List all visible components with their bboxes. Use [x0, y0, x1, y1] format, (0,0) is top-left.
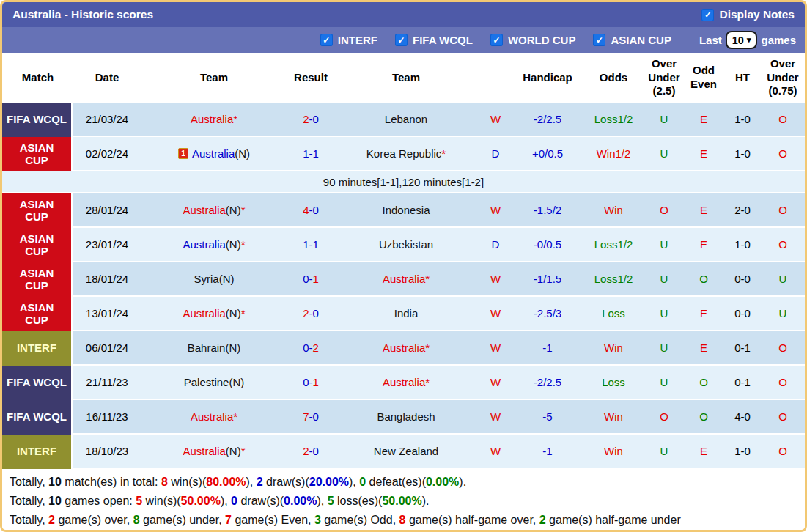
last-label: Last	[699, 34, 722, 46]
filter-interf[interactable]: ✓ INTERF	[320, 34, 377, 46]
header-over-under-075: Over Under (0.75)	[761, 53, 805, 103]
summary-line: Totally, 10 games open: 5 win(s)(50.00%)…	[10, 492, 805, 511]
away-team: Bangladesh	[334, 400, 478, 435]
text-segment: Australia	[183, 445, 225, 457]
result-score: 0-2	[287, 331, 334, 366]
text-segment: New Zealand	[374, 445, 438, 457]
text-segment: Loss1/2	[594, 113, 633, 125]
header-date: Date	[73, 53, 141, 103]
odds-result: Loss1/2	[582, 262, 645, 297]
header-odd-even: Odd Even	[683, 53, 724, 103]
text-segment: O	[660, 204, 668, 216]
fifa-wcql-checkbox[interactable]: ✓	[395, 34, 408, 46]
text-segment: Uzbekistan	[379, 238, 433, 251]
text-segment: Australia*	[191, 410, 237, 423]
text-segment: Win1/2	[597, 147, 631, 160]
halftime-score: 1-0	[724, 435, 761, 469]
interf-checkbox[interactable]: ✓	[320, 34, 333, 46]
text-segment: game(s) Even,	[232, 514, 314, 526]
display-notes-toggle[interactable]: ✓ Display Notes	[701, 8, 795, 21]
competition-badge: ASIAN CUP	[2, 193, 73, 228]
competition-badge: FIFA WCQL	[2, 366, 73, 400]
text-segment: -1	[542, 341, 552, 354]
odd-even: E	[683, 193, 724, 228]
text-segment: O	[778, 113, 787, 125]
text-segment: O	[660, 410, 668, 423]
text-segment: 0-	[303, 341, 312, 354]
table-row: FIFA WCQL 21/11/23 Palestine(N) 0-1 Aust…	[2, 366, 805, 400]
text-segment: Palestine(N)	[184, 376, 245, 388]
home-team: Bahrain(N)	[141, 331, 287, 366]
text-segment: *	[441, 147, 446, 160]
text-segment: U	[660, 147, 668, 160]
table-row: ASIAN CUP 13/01/24 Australia(N)* 2-0 Ind…	[2, 297, 805, 331]
text-segment: Syria(N)	[194, 273, 235, 285]
win-draw-loss: D	[478, 228, 513, 262]
text-segment: O	[778, 445, 787, 457]
asian-cup-checkbox[interactable]: ✓	[593, 34, 605, 46]
text-segment: 2	[48, 514, 55, 526]
win-draw-loss: W	[478, 331, 513, 366]
away-team: Korea Republic*	[334, 137, 478, 171]
text-segment: Australia*	[383, 273, 430, 285]
text-segment: 1	[313, 376, 319, 388]
header-result: Result	[287, 53, 334, 103]
interf-label: INTERF	[338, 34, 377, 46]
odd-even: E	[683, 137, 724, 171]
text-segment: game(s) under,	[140, 514, 226, 526]
text-segment: 0.00%	[284, 495, 317, 507]
text-segment: -0/0.5	[534, 238, 561, 251]
filter-fifa-wcql[interactable]: ✓ FIFA WCQL	[395, 34, 473, 46]
text-segment: -1/1.5	[534, 273, 561, 285]
competition-badge: INTERF	[2, 331, 73, 366]
text-segment: -1	[542, 445, 552, 457]
odds-result: Win1/2	[582, 137, 645, 171]
handicap-value: -2.5/3	[513, 297, 582, 331]
handicap-value: -0/0.5	[513, 228, 582, 262]
away-team: New Zealand	[334, 435, 478, 469]
text-segment: 1-1	[303, 238, 319, 251]
text-segment: 4	[303, 204, 309, 216]
text-segment: W	[490, 204, 501, 216]
over-under-075: O	[761, 435, 805, 469]
text-segment: Australia	[192, 147, 235, 160]
filter-asian-cup[interactable]: ✓ ASIAN CUP	[593, 34, 671, 46]
text-segment: E	[700, 445, 707, 457]
away-team: Australia*	[334, 262, 478, 297]
result-score: 4-0	[287, 193, 334, 228]
filter-world-cup[interactable]: ✓ WORLD CUP	[490, 34, 576, 46]
text-segment: Australia	[183, 204, 225, 216]
text-segment: U	[660, 341, 668, 354]
text-segment: games open:	[62, 495, 136, 507]
text-segment: 2	[303, 307, 309, 319]
home-team: Australia(N)*	[141, 193, 287, 228]
text-segment: 0.00%	[426, 476, 459, 488]
text-segment: *	[241, 445, 246, 457]
competition-badge: FIFA WCQL	[2, 400, 73, 435]
over-under-25: U	[645, 228, 683, 262]
match-note-row: 90 minutes[1-1],120 minutes[1-2]	[2, 171, 805, 193]
match-date: 21/11/23	[73, 366, 141, 400]
halftime-score: 4-0	[724, 400, 761, 435]
text-segment: 2	[313, 341, 319, 354]
text-segment: Loss1/2	[594, 238, 633, 251]
win-draw-loss: W	[478, 435, 513, 469]
text-segment: W	[490, 273, 501, 285]
page-title: Australia - Historic scores	[12, 8, 153, 21]
text-segment: -0	[309, 204, 319, 216]
table-row: INTERF 06/01/24 Bahrain(N) 0-2 Australia…	[2, 331, 805, 366]
summary-line: Totally, 2 game(s) over, 8 game(s) under…	[10, 511, 805, 530]
display-notes-checkbox[interactable]: ✓	[701, 9, 714, 21]
table-row: ASIAN CUP 18/01/24 Syria(N) 0-1 Australi…	[2, 262, 805, 297]
home-team: Australia(N)*	[141, 435, 287, 469]
world-cup-checkbox[interactable]: ✓	[490, 34, 503, 46]
text-segment: E	[700, 147, 707, 160]
world-cup-label: WORLD CUP	[508, 34, 576, 46]
text-segment: Win	[604, 410, 623, 423]
games-count-select[interactable]: 10 ▾	[726, 31, 758, 49]
halftime-score: 1-0	[724, 137, 761, 171]
result-score: 2-0	[287, 297, 334, 331]
text-segment: 10	[48, 476, 62, 488]
over-under-075: O	[761, 193, 805, 228]
table-row: ASIAN CUP 02/02/24 1Australia(N) 1-1 Kor…	[2, 137, 805, 171]
